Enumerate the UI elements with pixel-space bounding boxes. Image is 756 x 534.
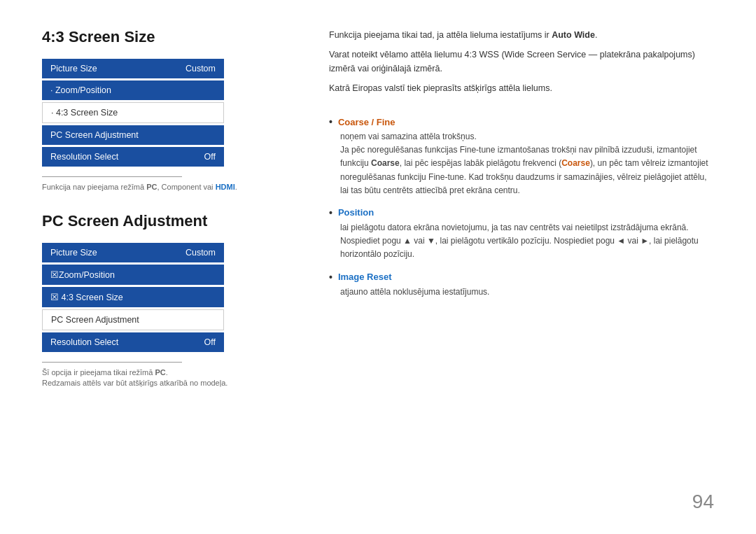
bullet-body-image-reset: atjauno attēla noklusējuma iestatījumus. <box>329 286 714 299</box>
divider <box>42 176 182 177</box>
right-section2-bullets: Coarse / Fine noņem vai samazina attēla … <box>329 116 714 299</box>
left-column: 4:3 Screen Size Picture Size Custom · Zo… <box>42 28 301 506</box>
bullet-body-coarse: noņem vai samazina attēla trokšņus. Ja p… <box>329 130 714 197</box>
menu-label: PC Screen Adjustment <box>50 130 139 140</box>
menu-item-active[interactable]: · 4:3 Screen Size <box>42 102 224 123</box>
section2-menu: Picture Size Custom ☒Zoom/Position ☒ 4:3… <box>42 243 224 352</box>
divider2 <box>42 362 182 363</box>
menu-value: Custom <box>186 64 216 73</box>
menu-item[interactable]: PC Screen Adjustment <box>42 125 224 145</box>
section2-title: PC Screen Adjustment <box>42 212 287 230</box>
section2-note2: Redzamais attēls var būt atšķirīgs atkar… <box>42 379 287 387</box>
menu-label: · Zoom/Position <box>50 85 111 95</box>
menu-label: ☒Zoom/Position <box>50 269 115 280</box>
section1-title: 4:3 Screen Size <box>42 28 287 46</box>
bullet-position: Position lai pielāgotu datora ekrāna nov… <box>329 207 714 262</box>
section1-block: 4:3 Screen Size Picture Size Custom · Zo… <box>42 28 287 191</box>
menu-value: Off <box>204 152 216 162</box>
bullet-image-reset: Image Reset atjauno attēla noklusējuma i… <box>329 272 714 299</box>
menu-value: Off <box>204 337 216 347</box>
menu-item[interactable]: ☒Zoom/Position <box>42 265 224 285</box>
menu-value: Custom <box>186 248 216 258</box>
menu-item[interactable]: Picture Size Custom <box>42 243 224 262</box>
bullet-title-position: Position <box>329 207 714 218</box>
right-section1-text: Funkcija pieejama tikai tad, ja attēla l… <box>329 28 714 95</box>
menu-item[interactable]: Picture Size Custom <box>42 59 224 78</box>
bullet-coarse-fine: Coarse / Fine noņem vai samazina attēla … <box>329 116 714 197</box>
menu-label: Picture Size <box>50 64 97 73</box>
section1-menu: Picture Size Custom · Zoom/Position · 4:… <box>42 59 224 167</box>
menu-item[interactable]: ☒ 4:3 Screen Size <box>42 287 224 307</box>
menu-label: Resolution Select <box>50 152 118 162</box>
menu-label: Picture Size <box>50 248 97 258</box>
menu-item[interactable]: Resolution Select Off <box>42 332 224 352</box>
bullet-body-position: lai pielāgotu datora ekrāna novietojumu,… <box>329 221 714 262</box>
right-text2: Varat noteikt vēlamo attēla lielumu 4:3 … <box>329 48 714 76</box>
menu-label: · 4:3 Screen Size <box>51 108 118 118</box>
menu-item[interactable]: · Zoom/Position <box>42 80 224 100</box>
right-text3: Katrā Eiropas valstī tiek pieprasīts atš… <box>329 81 714 95</box>
menu-label: Resolution Select <box>50 337 118 347</box>
section2-note1: Šī opcija ir pieejama tikai režīmā PC. <box>42 368 287 377</box>
section2-block: PC Screen Adjustment Picture Size Custom… <box>42 212 287 387</box>
menu-item[interactable]: Resolution Select Off <box>42 147 224 167</box>
bullet-title-image-reset: Image Reset <box>329 272 714 283</box>
content-area: 4:3 Screen Size Picture Size Custom · Zo… <box>42 28 714 506</box>
right-column: Funkcija pieejama tikai tad, ja attēla l… <box>301 28 714 506</box>
bullet-title-coarse: Coarse / Fine <box>329 116 714 127</box>
right-text1: Funkcija pieejama tikai tad, ja attēla l… <box>329 28 714 42</box>
page-number: 94 <box>692 491 714 513</box>
page: 4:3 Screen Size Picture Size Custom · Zo… <box>0 0 756 534</box>
menu-item-active[interactable]: PC Screen Adjustment <box>42 309 224 330</box>
menu-label: ☒ 4:3 Screen Size <box>50 292 123 302</box>
section1-note: Funkcija nav pieejama režīmā PC, Compone… <box>42 183 287 191</box>
menu-label: PC Screen Adjustment <box>51 315 139 325</box>
